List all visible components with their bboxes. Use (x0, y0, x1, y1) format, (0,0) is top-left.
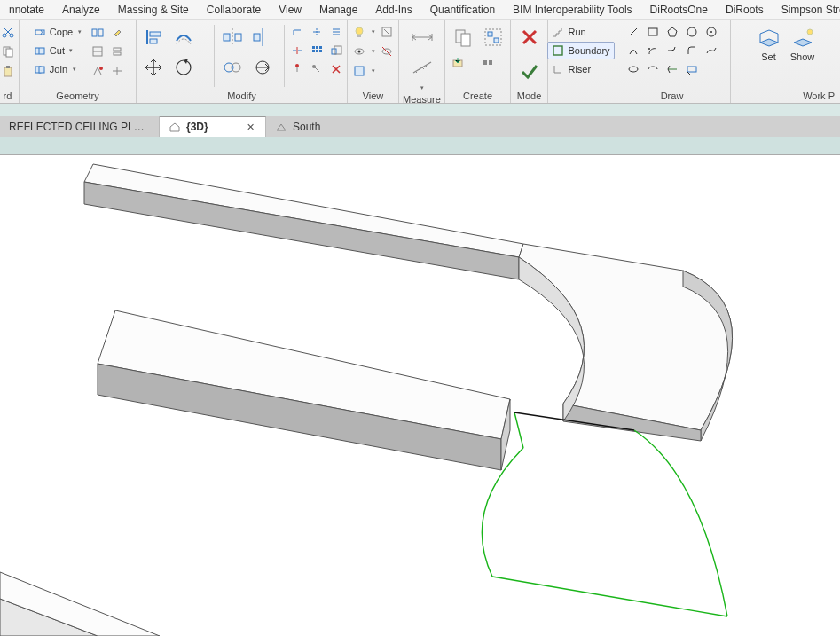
create-similar-icon[interactable] (449, 23, 477, 51)
model-canvas[interactable] (0, 155, 840, 636)
menu-bar: nnotate Analyze Massing & Site Collabora… (0, 0, 840, 20)
menu-annotate[interactable]: nnotate (0, 2, 53, 18)
offset-icon[interactable] (169, 23, 198, 51)
svg-rect-11 (98, 29, 103, 36)
trim-ext-corner-icon[interactable] (288, 23, 306, 41)
trim-ext-multi-icon[interactable] (327, 23, 345, 41)
split-icon[interactable] (288, 42, 306, 59)
array-icon[interactable] (308, 42, 326, 59)
trim-ext-single-icon[interactable] (308, 23, 326, 41)
menu-dirootsone[interactable]: DiRootsOne (641, 2, 717, 18)
menu-view[interactable]: View (270, 2, 310, 18)
polygon-inscribed-icon[interactable] (663, 23, 681, 41)
menu-manage[interactable]: Manage (310, 2, 366, 18)
svg-rect-58 (687, 67, 696, 72)
rotate-copy-icon[interactable] (248, 53, 277, 82)
hide-icon[interactable] (350, 43, 368, 60)
align-icon[interactable] (139, 23, 168, 51)
rectangle-icon[interactable] (644, 23, 662, 41)
pin-icon[interactable] (288, 60, 306, 78)
set-workplane-icon[interactable] (755, 23, 783, 51)
split-face-icon[interactable] (89, 43, 106, 60)
demolish-icon[interactable] (89, 62, 106, 80)
cut-geom-button[interactable]: Cut ▾ (29, 42, 87, 59)
tab-reflected-ceiling[interactable]: REFLECTED CEILING PLANS... (0, 116, 160, 137)
riser-button[interactable]: Riser (547, 60, 614, 78)
chevron-down-icon[interactable]: ▾ (370, 23, 376, 41)
mirror-axis-icon[interactable] (218, 23, 247, 51)
fillet-arc-icon[interactable] (683, 42, 701, 59)
panel-roof-spacer (552, 89, 610, 103)
wall-opening-icon[interactable] (89, 23, 106, 41)
svg-point-53 (687, 27, 696, 36)
menu-simpson[interactable]: Simpson Strong (773, 2, 840, 18)
chevron-down-icon[interactable]: ▾ (71, 60, 77, 78)
line-icon[interactable] (624, 23, 642, 41)
measure-icon[interactable] (408, 53, 436, 82)
svg-rect-36 (357, 35, 361, 37)
menu-collaborate[interactable]: Collaborate (198, 2, 270, 18)
svg-rect-26 (316, 46, 318, 49)
chevron-down-icon[interactable]: ▾ (419, 83, 425, 92)
rotate-icon[interactable] (169, 53, 198, 82)
tab-3d[interactable]: {3D} ✕ (160, 116, 266, 137)
svg-rect-50 (553, 46, 562, 55)
move-icon[interactable] (139, 53, 168, 82)
beam-joins-icon[interactable] (108, 43, 126, 60)
chevron-down-icon[interactable]: ▾ (76, 23, 82, 41)
pick-walls-icon[interactable] (683, 60, 701, 78)
run-button[interactable]: Run (547, 23, 614, 41)
copy-move-icon[interactable] (218, 53, 247, 82)
finish-edit-mode-icon[interactable] (515, 57, 544, 85)
panel-clipboard-label: rd (0, 89, 15, 103)
circle-icon[interactable] (703, 23, 720, 41)
svg-rect-49 (489, 60, 492, 65)
assembly-icon[interactable] (479, 53, 497, 71)
boundary-button[interactable]: Boundary (547, 42, 614, 59)
tab-south[interactable]: South (266, 116, 329, 137)
wall-joins-icon[interactable] (108, 62, 126, 80)
join-button[interactable]: Join ▾ (29, 60, 87, 78)
tab-rcp-label: REFLECTED CEILING PLANS... (9, 121, 150, 133)
mirror-draw-icon[interactable] (248, 23, 277, 51)
copy-icon[interactable] (0, 43, 17, 60)
menu-quant[interactable]: Quantification (421, 2, 504, 18)
svg-rect-4 (4, 67, 12, 76)
reveal-icon[interactable] (378, 43, 396, 60)
delete-icon[interactable] (327, 60, 345, 78)
chevron-down-icon[interactable]: ▾ (68, 42, 75, 59)
arc-start-end-icon[interactable] (624, 42, 642, 59)
aligned-dim-icon[interactable] (408, 23, 436, 51)
cope-button[interactable]: Cope ▾ (29, 23, 87, 41)
pick-lines-icon[interactable] (663, 60, 681, 78)
svg-rect-27 (319, 46, 322, 49)
partial-ellipse-icon[interactable] (644, 60, 662, 78)
ellipse-icon[interactable] (624, 60, 642, 78)
svg-point-35 (356, 27, 363, 35)
template-icon[interactable] (350, 62, 368, 80)
menu-analyze[interactable]: Analyze (53, 2, 109, 18)
show-label: Show (790, 51, 815, 62)
override-icon[interactable] (378, 23, 396, 41)
load-family-icon[interactable] (449, 53, 467, 71)
paste-icon[interactable] (0, 62, 17, 80)
arc-center-icon[interactable] (644, 42, 662, 59)
create-group-icon[interactable] (479, 23, 507, 51)
menu-massing[interactable]: Massing & Site (109, 2, 198, 18)
unpin-icon[interactable] (308, 60, 326, 78)
menu-diroots[interactable]: DiRoots (717, 2, 773, 18)
menu-addins[interactable]: Add-Ins (366, 2, 420, 18)
arc-tangent-icon[interactable] (663, 42, 681, 59)
polygon-circumscribed-icon[interactable] (683, 23, 701, 41)
spline-icon[interactable] (703, 42, 720, 59)
run-label: Run (568, 27, 585, 37)
paint-icon[interactable] (108, 23, 126, 41)
cut-icon[interactable] (0, 23, 17, 41)
scale-icon[interactable] (327, 42, 345, 59)
close-icon[interactable]: ✕ (245, 122, 256, 133)
menu-bim[interactable]: BIM Interoperability Tools (504, 2, 641, 18)
show-workplane-icon[interactable] (789, 23, 817, 51)
cancel-edit-mode-icon[interactable] (515, 23, 544, 51)
panel-create-label: Create (449, 89, 506, 103)
lightbulb-icon[interactable] (350, 23, 368, 41)
